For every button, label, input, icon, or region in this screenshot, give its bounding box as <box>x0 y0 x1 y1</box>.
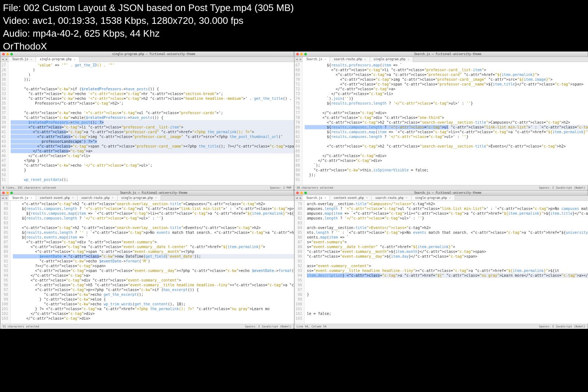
code-line[interactable]: arch-overlay__section-title">Campuses</"… <box>307 202 588 206</box>
close-window-icon[interactable] <box>296 192 299 194</box>
code-line[interactable]: <"c-attr">class="c-tag">span "c-attr">cl… <box>11 144 298 149</box>
code-line[interactable]: item.description} <"c-attr">class="c-tag… <box>307 273 588 278</box>
code-line[interactable] <box>11 106 298 110</box>
code-line[interactable]: ass="event-summary__content"> <box>307 264 588 268</box>
code-line[interactable]: arch-overlay__section-title">Events</">c… <box>307 225 588 230</box>
code-line[interactable]: } "c-attr">class="c-kw">else { <box>13 297 329 302</box>
editor-tab[interactable]: search-route.php× <box>78 195 117 200</box>
close-window-icon[interactable] <box>2 192 5 194</box>
code-line[interactable]: "c-attr">class="c-kw">if ($relatedProfes… <box>11 87 298 91</box>
source-text[interactable]: <"c-attr">class="c-tag">h2 "c-attr">clas… <box>11 201 329 324</box>
code-line[interactable]: } <box>11 168 298 173</box>
tab-nav-back-icon[interactable]: ◀ <box>1 196 5 200</box>
code-line[interactable]: <"c-attr">class="c-tag">div "c-attr">cla… <box>13 278 329 283</box>
code-line[interactable]: ${results.campuses.map(item => `<"c-attr… <box>13 211 329 216</box>
code-line[interactable]: </"c-attr">class="c-tag">a> <box>11 149 298 153</box>
code-line[interactable]: <"c-attr">class="c-tag">img "c-attr">cla… <box>11 134 298 139</box>
code-line[interactable] <box>13 221 329 225</box>
code-view[interactable]: 2728293031323334353637383940414243444546… <box>1 62 298 185</box>
code-line[interactable]: ${results.events.map(item => ` <box>13 235 329 240</box>
close-tab-icon[interactable]: × <box>31 196 32 199</box>
code-line[interactable]: "c-attr">class="event-summary__month">${… <box>307 249 588 254</box>
code-line[interactable]: $eventDate = "c-attr">class="c-kw">new D… <box>13 254 329 259</box>
code-line[interactable]: ) <box>11 72 298 77</box>
code-line[interactable] <box>305 106 588 110</box>
code-line[interactable]: } <box>307 292 588 297</box>
source-text[interactable]: ${results.professors.map(item => ` <"c-a… <box>302 62 588 185</box>
code-line[interactable] <box>307 278 588 283</box>
code-line[interactable]: <"c-attr">class="c-tag">li "c-attr">clas… <box>305 68 588 72</box>
code-line[interactable]: <"c-attr">class="c-tag">div "c-attr">cla… <box>305 115 588 120</box>
code-line[interactable]: ${results.events.length ? '' : `<"c-attr… <box>13 230 329 235</box>
code-line[interactable]: ${results.campuses.length ? '<"c-attr">c… <box>305 125 588 130</box>
zoom-window-icon[interactable] <box>10 192 13 194</box>
code-line[interactable] <box>307 259 588 264</box>
code-line[interactable]: )); <box>11 77 298 82</box>
code-line[interactable]: <"c-attr">class="c-tag">h2 "c-attr">clas… <box>13 225 329 230</box>
editor-tab[interactable]: single-program.php× <box>412 195 455 200</box>
code-line[interactable]: s="event-summary"> <box>307 240 588 244</box>
code-line[interactable]: } ?> <"c-attr">class="c-tag">a "c-attr">… <box>13 306 329 311</box>
code-line[interactable]: <"c-attr">class="c-tag">h5 "c-attr">clas… <box>13 283 329 287</box>
code-line[interactable]: "c-attr">class="c-kw">echo '<"c-attr">cl… <box>11 91 298 96</box>
code-line[interactable]: }); <box>305 173 588 177</box>
close-tab-icon[interactable]: × <box>74 58 75 61</box>
code-line[interactable]: ampuses.length ? '</"c-attr">class="c-ta… <box>307 216 588 221</box>
code-line[interactable]: ${results.campuses.length ? '<"c-attr">c… <box>13 206 329 211</box>
code-line[interactable]: ampuses.map(item => `<"c-attr">class="c-… <box>307 211 588 216</box>
code-line[interactable]: "c-attr">class="c-kw">while($relatedProf… <box>11 115 298 120</box>
code-line[interactable]: ${results.professors.map(item => ` <box>305 63 588 68</box>
code-line[interactable]: `).join('')} <box>305 96 588 101</box>
code-line[interactable] <box>307 283 588 287</box>
code-line[interactable]: </"c-attr">class="c-tag">li> <box>11 153 298 158</box>
close-tab-icon[interactable]: × <box>72 196 74 199</box>
tab-nav-back-icon[interactable]: ◀ <box>295 58 299 61</box>
minimize-window-icon[interactable] <box>6 192 9 194</box>
code-line[interactable]: </"c-attr">class="c-tag">div> <box>13 316 329 321</box>
code-line[interactable]: Professors</"c-attr">class="c-tag">h2>'; <box>11 101 298 106</box>
close-tab-icon[interactable]: × <box>31 58 32 61</box>
minimize-window-icon[interactable] <box>300 192 303 194</box>
close-tab-icon[interactable]: × <box>155 196 157 199</box>
code-line[interactable]: "c-attr">class="c-kw">echo '</"c-attr">c… <box>11 163 298 168</box>
source-text[interactable]: arch-overlay__section-title">Campuses</"… <box>305 201 588 324</box>
close-tab-icon[interactable]: × <box>112 196 113 199</box>
code-line[interactable] <box>305 177 588 182</box>
close-tab-icon[interactable]: × <box>449 196 451 199</box>
code-line[interactable]: le = false; <box>307 311 588 316</box>
code-line[interactable]: ampuses.length ? '<"c-attr">class="c-tag… <box>307 206 588 211</box>
code-line[interactable]: ${results.campuses.length ? '</"c-attr">… <box>13 216 329 221</box>
code-line[interactable]: </"c-attr">class="c-tag">a> <box>13 273 329 278</box>
editor-tab[interactable]: Search.js× <box>9 57 36 62</box>
window-titlebar[interactable]: Search.js — fictional-university-theme <box>0 190 294 196</box>
editor-tab[interactable]: Search.js× <box>303 195 330 200</box>
code-line[interactable]: ${results.professors.length ? '</"c-attr… <box>305 101 588 106</box>
editor-tab[interactable]: single-program.php× <box>118 195 161 200</box>
code-line[interactable]: <"c-attr">class="c-tag">span "c-attr">cl… <box>13 268 329 273</box>
code-line[interactable] <box>307 316 588 321</box>
code-line[interactable]: s="event-summary__date t-center" "c-attr… <box>307 244 588 249</box>
zoom-window-icon[interactable] <box>304 53 307 55</box>
editor-tab[interactable]: content-event.php× <box>330 195 372 200</box>
tab-nav-fwd-icon[interactable]: ▶ <box>299 58 303 61</box>
code-line[interactable]: $relatedProfessors->the_post(); ?> <box>11 120 298 125</box>
code-line[interactable]: "c-attr">class="c-kw">echo '<"c-attr">cl… <box>11 96 298 101</box>
tab-nav-back-icon[interactable]: ◀ <box>1 58 5 61</box>
code-line[interactable]: nts.length ? '' : `<"c-attr">class="c-ta… <box>307 230 588 235</box>
zoom-window-icon[interactable] <box>304 192 307 194</box>
close-tab-icon[interactable]: × <box>325 196 326 199</box>
code-line[interactable]: professorLandscape') ?>"> <box>11 139 298 144</box>
code-line[interactable]: <"c-attr">class="c-tag">h2 "c-attr">clas… <box>13 202 329 206</box>
code-line[interactable]: <"c-attr">class="c-tag">span "c-attr">cl… <box>305 82 588 87</box>
window-titlebar[interactable]: Search.js — fictional-university-theme <box>294 52 588 57</box>
code-line[interactable]: ss="event-summary__title headline headli… <box>307 268 588 273</box>
close-tab-icon[interactable]: × <box>325 58 326 61</box>
code-line[interactable]: <"c-attr">class="c-tag">li "c-attr">clas… <box>11 125 298 130</box>
close-tab-icon[interactable]: × <box>408 58 409 61</box>
window-titlebar[interactable]: Search.js — fictional-university-theme <box>294 190 588 196</box>
code-line[interactable]: "c-attr">class="c-kw">echo wp_trim_words… <box>13 302 329 306</box>
code-line[interactable]: <"c-attr">class="c-tag">h2 "c-attr">clas… <box>305 144 588 149</box>
code-line[interactable]: <"c-attr">class="c-tag">a "c-attr">class… <box>13 244 329 249</box>
code-view[interactable]: 6768697071727374757677787980818283848586… <box>295 62 588 185</box>
editor-tab[interactable]: Search.js× <box>9 195 36 200</box>
